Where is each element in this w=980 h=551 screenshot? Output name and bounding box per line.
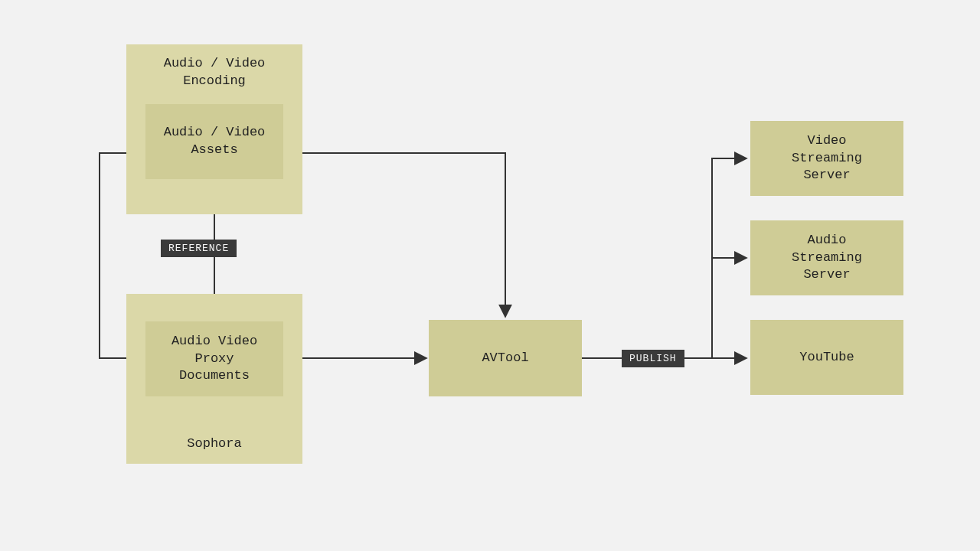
node-video-streaming-server-label: Video Streaming Server	[792, 132, 862, 185]
node-proxy: Audio Video Proxy Documents	[145, 321, 283, 396]
node-youtube-label: YouTube	[799, 349, 854, 367]
node-audio-streaming-server-label: Audio Streaming Server	[792, 232, 862, 285]
node-avtool-label: AVTool	[482, 350, 528, 367]
node-audio-streaming-server: Audio Streaming Server	[750, 220, 903, 295]
diagram-stage: Audio / Video Encoding Audio / Video Ass…	[0, 0, 980, 551]
node-assets-label: Audio / Video Assets	[164, 124, 266, 159]
edge-label-publish: PUBLISH	[622, 350, 684, 367]
node-proxy-label: Audio Video Proxy Documents	[172, 333, 257, 386]
node-avtool: AVTool	[429, 320, 582, 396]
node-youtube: YouTube	[750, 320, 903, 395]
edge-branch-to-video-server	[712, 158, 746, 258]
container-encoding-title: Audio / Video Encoding	[164, 55, 266, 90]
edge-label-reference: REFERENCE	[161, 240, 237, 257]
container-sophora-title: Sophora	[187, 435, 241, 453]
node-assets: Audio / Video Assets	[145, 104, 283, 179]
node-video-streaming-server: Video Streaming Server	[750, 121, 903, 196]
edge-branch-to-audio-server	[712, 258, 746, 358]
edge-assets-to-avtool	[284, 153, 505, 317]
